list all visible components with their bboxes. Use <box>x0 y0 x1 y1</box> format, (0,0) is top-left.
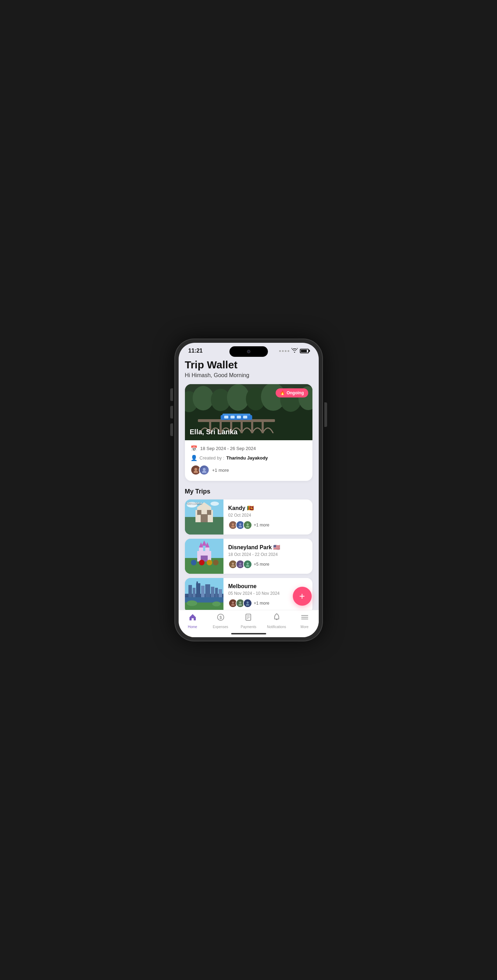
disneyland-info: Disneyland Park 🇺🇸 18 Oct 2024 - 22 Oct … <box>224 540 313 573</box>
status-icons <box>279 348 309 354</box>
my-trips-heading: My Trips <box>185 488 313 495</box>
mel-av3 <box>243 599 252 608</box>
disneyland-date: 18 Oct 2024 - 22 Oct 2024 <box>229 552 308 557</box>
svg-point-40 <box>239 523 241 525</box>
svg-rect-67 <box>197 581 198 584</box>
expenses-label: Expenses <box>213 625 229 629</box>
avatar-2 <box>199 465 210 475</box>
svg-rect-68 <box>201 586 205 597</box>
svg-point-56 <box>213 560 219 565</box>
svg-point-76 <box>212 601 221 606</box>
expenses-icon: $ <box>216 613 225 624</box>
svg-point-58 <box>231 565 235 567</box>
greeting-text: Hi Himash, Good Morning <box>185 372 313 379</box>
svg-rect-35 <box>207 510 211 515</box>
calendar-icon: 📅 <box>191 445 197 452</box>
notifications-icon <box>273 613 281 624</box>
trip-dates: 18 Sep 2024 - 26 Sep 2024 <box>200 446 256 451</box>
mel-more: +1 more <box>254 601 269 606</box>
svg-point-39 <box>231 526 235 528</box>
more-icon <box>300 613 309 624</box>
svg-point-27 <box>202 471 206 473</box>
creator-row: 👤 Created by : Tharindu Jayakody <box>191 455 307 461</box>
svg-rect-70 <box>211 587 214 597</box>
svg-rect-19 <box>224 416 229 418</box>
svg-point-26 <box>203 468 206 471</box>
svg-rect-69 <box>205 584 210 597</box>
svg-rect-47 <box>199 547 203 553</box>
notifications-label: Notifications <box>267 625 286 629</box>
home-indicator <box>231 633 266 635</box>
signal-dots <box>279 350 289 352</box>
svg-point-55 <box>206 560 212 565</box>
svg-point-59 <box>239 563 241 565</box>
payments-label: Payments <box>241 625 256 629</box>
kandy-more: +1 more <box>254 523 269 528</box>
svg-point-54 <box>199 560 205 565</box>
kandy-thumb-label: SRI LANKA <box>187 501 202 505</box>
svg-point-60 <box>238 565 242 567</box>
svg-point-80 <box>238 604 242 606</box>
svg-rect-64 <box>189 585 192 597</box>
dl-av3 <box>243 560 252 569</box>
svg-rect-22 <box>243 416 247 418</box>
svg-point-57 <box>232 563 234 565</box>
svg-point-75 <box>187 600 197 606</box>
kandy-avatars: +1 more <box>229 520 308 530</box>
kandy-date: 02 Oct 2024 <box>229 513 308 518</box>
svg-rect-14 <box>241 422 243 433</box>
trip-item-disneyland[interactable]: Disneyland Park 🇺🇸 18 Oct 2024 - 22 Oct … <box>185 539 313 574</box>
trip-item-kandy[interactable]: SRI LANKA Kandy 🇱🇰 02 Oct 2024 <box>185 500 313 535</box>
svg-point-25 <box>194 471 198 473</box>
svg-rect-34 <box>197 510 202 515</box>
trip-location: Ella, Sri Lanka <box>190 428 238 436</box>
trip-thumb-kandy: SRI LANKA <box>185 500 224 535</box>
svg-rect-21 <box>237 416 241 418</box>
trip-thumb-melbourne <box>185 578 224 613</box>
ongoing-badge: 🔥 Ongoing <box>276 388 308 398</box>
dynamic-island <box>229 346 268 357</box>
disneyland-name: Disneyland Park 🇺🇸 <box>229 544 308 550</box>
svg-rect-72 <box>219 589 222 597</box>
kandy-name: Kandy 🇱🇰 <box>229 505 308 511</box>
person-icon: 👤 <box>191 455 197 461</box>
payments-icon <box>245 613 253 624</box>
svg-rect-18 <box>222 414 251 416</box>
home-icon <box>189 613 197 624</box>
svg-rect-71 <box>215 588 218 597</box>
disneyland-avatars: +5 more <box>229 560 308 569</box>
svg-point-53 <box>191 560 197 565</box>
svg-point-42 <box>246 523 249 525</box>
svg-rect-15 <box>251 422 253 433</box>
trip-avatars-row: +1 more <box>191 465 307 475</box>
current-trip-card[interactable]: Ella, Sri Lanka 🔥 Ongoing 📅 18 Sep 2024 … <box>185 384 313 481</box>
nav-more[interactable]: More <box>291 613 319 629</box>
island-camera <box>247 350 251 353</box>
trip-image: Ella, Sri Lanka 🔥 Ongoing <box>185 384 313 440</box>
svg-point-37 <box>211 501 219 506</box>
trip-details: 📅 18 Sep 2024 - 26 Sep 2024 👤 Created by… <box>185 440 313 481</box>
melbourne-name: Melbourne <box>229 583 308 590</box>
kandy-info: Kandy 🇱🇰 02 Oct 2024 <box>224 501 313 534</box>
nav-notifications[interactable]: Notifications <box>263 613 291 629</box>
svg-point-41 <box>238 526 242 528</box>
home-label: Home <box>188 625 197 629</box>
add-trip-button[interactable]: + <box>293 587 312 606</box>
nav-home[interactable]: Home <box>179 613 206 629</box>
status-time: 11:21 <box>189 348 203 354</box>
svg-rect-48 <box>205 547 210 553</box>
nav-expenses[interactable]: $ Expenses <box>206 613 235 629</box>
battery-icon <box>300 349 309 353</box>
trip-thumb-disneyland <box>185 539 224 574</box>
wifi-icon <box>291 348 298 354</box>
svg-point-24 <box>194 468 197 471</box>
svg-rect-65 <box>193 588 195 597</box>
more-label: More <box>300 625 308 629</box>
nav-payments[interactable]: Payments <box>235 613 263 629</box>
creator-name: Tharindu Jayakody <box>226 455 268 461</box>
page-title: Trip Wallet <box>185 359 313 371</box>
kandy-av3 <box>243 520 252 530</box>
svg-rect-20 <box>230 416 235 418</box>
svg-point-82 <box>246 604 249 606</box>
svg-rect-16 <box>262 422 264 433</box>
